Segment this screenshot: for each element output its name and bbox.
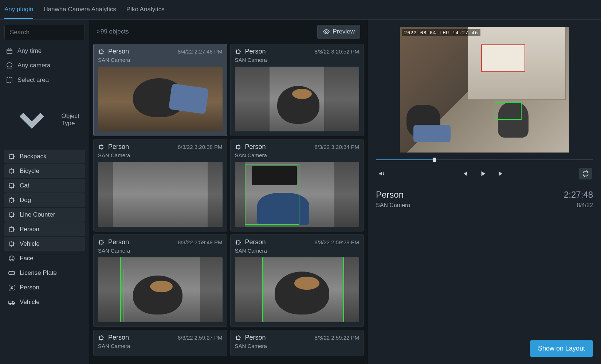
search-input[interactable] — [4, 25, 85, 40]
result-camera: SAN Camera — [98, 152, 223, 158]
result-card[interactable]: Person 8/3/22 3:20:52 PM SAN Camera — [230, 44, 364, 136]
tab-piko[interactable]: Piko Analytics — [126, 6, 165, 19]
result-card[interactable]: Person 8/3/22 2:59:27 PM SAN Camera — [93, 330, 227, 356]
result-timestamp: 8/4/22 2:27:48 PM — [178, 48, 223, 55]
tab-any-plugin[interactable]: Any plugin — [4, 6, 33, 19]
area-select-icon — [6, 76, 13, 84]
results-panel: >99 objects Preview Person 8/4/22 2:27:4… — [90, 20, 368, 364]
play-button[interactable] — [478, 169, 488, 179]
chip-icon — [8, 182, 15, 189]
result-thumbnail — [235, 67, 360, 131]
ot-person[interactable]: Person — [4, 222, 85, 236]
player-controls — [376, 166, 593, 187]
license-plate-icon — [8, 269, 15, 277]
result-thumbnail — [235, 162, 360, 227]
volume-button[interactable] — [377, 169, 387, 179]
skip-prev-icon — [461, 170, 469, 178]
chip-icon — [8, 211, 15, 218]
result-card[interactable]: Person 8/3/22 3:20:38 PM SAN Camera — [93, 139, 227, 232]
chip-icon — [235, 239, 241, 246]
ot-dog[interactable]: Dog — [4, 193, 85, 207]
filter-sidebar: Any time Any camera Select area Object T… — [0, 20, 90, 364]
result-thumbnail — [235, 257, 360, 322]
video-timestamp-overlay: 2022-08-04 THU 14:27:46 — [402, 29, 480, 36]
tab-hanwha[interactable]: Hanwha Camera Analytics — [43, 6, 116, 19]
chevron-down-icon — [6, 94, 58, 146]
result-timestamp: 8/3/22 2:59:22 PM — [314, 335, 359, 341]
preview-title: Person — [376, 190, 410, 200]
filter-selectarea[interactable]: Select area — [4, 73, 85, 87]
result-card[interactable]: Person 8/4/22 2:27:48 PM SAN Camera — [93, 44, 227, 136]
result-timestamp: 8/3/22 2:59:27 PM — [178, 335, 223, 341]
plugin-tabs: Any plugin Hanwha Camera Analytics Piko … — [0, 0, 601, 20]
result-camera: SAN Camera — [98, 248, 223, 254]
result-card[interactable]: Person 8/3/22 3:20:34 PM SAN Camera — [230, 139, 364, 232]
result-camera: SAN Camera — [235, 248, 360, 254]
truck-icon — [8, 298, 15, 306]
object-type-list: Backpack Bicycle Cat Dog Line Counter Pe… — [4, 150, 85, 309]
result-timestamp: 8/3/22 3:20:34 PM — [314, 144, 359, 150]
filter-anytime[interactable]: Any time — [4, 44, 85, 58]
eye-icon — [323, 28, 330, 35]
result-camera: SAN Camera — [235, 57, 360, 63]
scrub-bar[interactable] — [376, 158, 593, 162]
preview-time: 2:27:48 — [564, 190, 593, 200]
prev-button[interactable] — [460, 169, 470, 179]
filter-area-label: Select area — [17, 76, 49, 84]
object-type-header[interactable]: Object Type — [4, 87, 85, 150]
chip-icon — [98, 144, 105, 150]
result-camera: SAN Camera — [235, 343, 360, 349]
results-count: >99 objects — [97, 28, 129, 35]
result-thumbnail — [98, 67, 223, 131]
skip-next-icon — [497, 170, 505, 178]
result-camera: SAN Camera — [235, 152, 360, 158]
preview-date: 8/4/22 — [564, 202, 593, 209]
result-timestamp: 8/3/22 2:59:28 PM — [314, 239, 359, 245]
result-card[interactable]: Person 8/3/22 2:59:49 PM SAN Camera — [93, 234, 227, 327]
chip-icon — [8, 167, 15, 175]
chip-icon — [235, 48, 241, 55]
chip-icon — [8, 240, 15, 248]
filter-time-label: Any time — [17, 47, 42, 55]
chip-icon — [98, 335, 105, 341]
results-grid: Person 8/4/22 2:27:48 PM SAN Camera Pers… — [90, 44, 368, 360]
result-thumbnail — [98, 162, 223, 227]
result-card[interactable]: Person 8/3/22 2:59:28 PM SAN Camera — [230, 234, 364, 327]
chip-icon — [8, 153, 15, 160]
ot-face[interactable]: Face — [4, 252, 85, 265]
ot-vehicle-truck[interactable]: Vehicle — [4, 295, 85, 309]
preview-camera: SAN Camera — [376, 202, 410, 209]
result-card[interactable]: Person 8/3/22 2:59:22 PM SAN Camera — [230, 330, 364, 356]
ot-cat[interactable]: Cat — [4, 179, 85, 193]
ot-vehicle[interactable]: Vehicle — [4, 237, 85, 251]
result-timestamp: 8/3/22 3:20:52 PM — [314, 48, 359, 55]
ot-license-plate[interactable]: License Plate — [4, 266, 85, 280]
play-icon — [479, 170, 487, 178]
filter-camera-label: Any camera — [17, 62, 51, 69]
chip-icon — [8, 226, 15, 233]
person-box-icon — [8, 284, 15, 291]
result-camera: SAN Camera — [98, 343, 223, 349]
result-camera: SAN Camera — [98, 57, 223, 63]
next-button[interactable] — [496, 169, 506, 179]
preview-panel: 2022-08-04 THU 14:27:46 Person SAN Camer… — [368, 20, 601, 364]
camera-icon — [6, 62, 13, 69]
loop-button[interactable] — [579, 168, 592, 179]
result-thumbnail — [98, 257, 223, 322]
loop-icon — [582, 170, 590, 178]
ot-backpack[interactable]: Backpack — [4, 150, 85, 163]
chip-icon — [98, 48, 105, 55]
preview-button[interactable]: Preview — [317, 25, 360, 39]
ot-person-box[interactable]: Person — [4, 281, 85, 294]
filter-anycamera[interactable]: Any camera — [4, 58, 85, 73]
video-player[interactable]: 2022-08-04 THU 14:27:46 — [400, 27, 569, 153]
object-type-header-label: Object Type — [62, 112, 83, 127]
ot-linecounter[interactable]: Line Counter — [4, 208, 85, 222]
chip-icon — [235, 335, 241, 341]
volume-icon — [378, 170, 386, 178]
chip-icon — [235, 144, 241, 150]
show-on-layout-button[interactable]: Show on Layout — [530, 340, 593, 357]
result-timestamp: 8/3/22 2:59:49 PM — [178, 239, 223, 245]
chip-icon — [98, 239, 105, 246]
ot-bicycle[interactable]: Bicycle — [4, 164, 85, 178]
